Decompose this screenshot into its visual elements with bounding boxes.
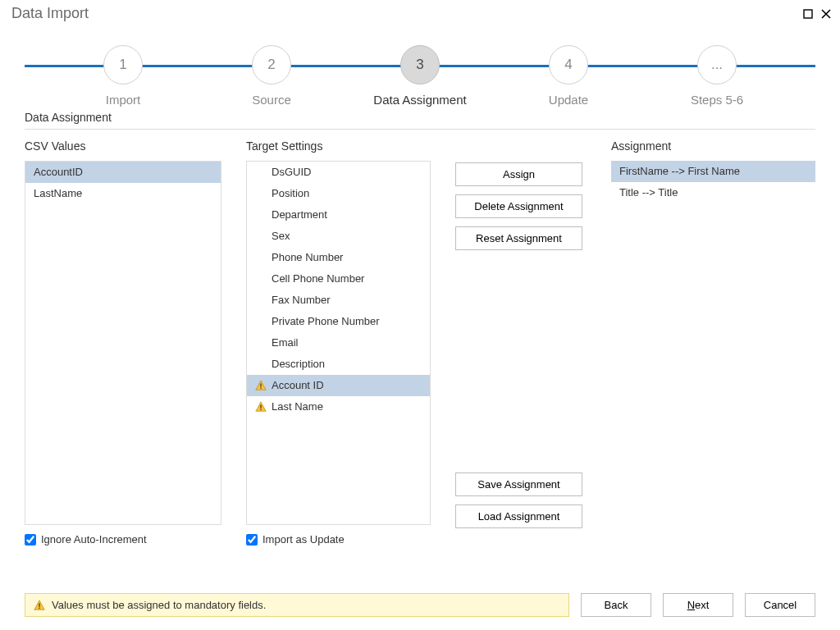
- warning-icon: [255, 401, 267, 413]
- list-item[interactable]: Last Name: [247, 396, 430, 418]
- section-title: Data Assignment: [25, 111, 815, 124]
- list-item[interactable]: Sex: [247, 226, 430, 247]
- maximize-icon[interactable]: [802, 8, 814, 20]
- step-label: Import: [106, 93, 141, 107]
- svg-rect-0: [804, 10, 812, 18]
- svg-rect-5: [260, 404, 261, 408]
- step-node[interactable]: ...Steps 5-6: [668, 45, 766, 107]
- warning-icon: [255, 380, 267, 391]
- assignment-header: Assignment: [611, 139, 815, 153]
- list-item[interactable]: FirstName --> First Name: [611, 161, 815, 182]
- svg-rect-6: [260, 409, 261, 410]
- target-header: Target Settings: [246, 139, 431, 153]
- svg-rect-8: [39, 603, 39, 606]
- step-node[interactable]: 2Source: [222, 45, 321, 107]
- step-label: Steps 5-6: [691, 93, 743, 107]
- step-label: Update: [549, 93, 588, 107]
- svg-rect-3: [260, 388, 261, 389]
- step-label: Source: [252, 93, 291, 107]
- step-circle[interactable]: 2: [252, 45, 291, 84]
- step-circle[interactable]: 1: [103, 45, 143, 84]
- step-circle[interactable]: ...: [697, 45, 737, 84]
- next-button[interactable]: Next: [663, 593, 733, 617]
- csv-header: CSV Values: [25, 139, 221, 153]
- list-item[interactable]: Phone Number: [247, 247, 430, 268]
- list-item[interactable]: Account ID: [247, 375, 430, 396]
- list-item[interactable]: Title --> Title: [611, 182, 815, 203]
- step-circle[interactable]: 4: [549, 45, 588, 84]
- wizard-stepper: 1Import2Source3Data Assignment4Update...…: [25, 45, 815, 103]
- warning-text: Values must be assigned to mandatory fie…: [52, 599, 266, 611]
- cancel-button[interactable]: Cancel: [745, 593, 815, 617]
- step-circle[interactable]: 3: [400, 45, 440, 84]
- list-item[interactable]: Department: [247, 204, 430, 226]
- save-assignment-button[interactable]: Save Assignment: [455, 472, 582, 496]
- window-title: Data Import: [11, 5, 89, 22]
- load-assignment-button[interactable]: Load Assignment: [455, 504, 582, 528]
- list-item[interactable]: Position: [247, 183, 430, 204]
- target-settings-list[interactable]: DsGUIDPositionDepartmentSexPhone NumberC…: [246, 161, 431, 525]
- csv-values-list[interactable]: AccountIDLastName: [25, 161, 221, 525]
- list-item[interactable]: DsGUID: [247, 162, 430, 183]
- delete-assignment-button[interactable]: Delete Assignment: [455, 194, 582, 218]
- assignment-list[interactable]: FirstName --> First NameTitle --> Title: [611, 161, 815, 525]
- step-label: Data Assignment: [373, 93, 466, 107]
- step-node[interactable]: 3Data Assignment: [371, 45, 469, 107]
- svg-rect-2: [260, 383, 261, 386]
- warning-banner: Values must be assigned to mandatory fie…: [25, 593, 569, 617]
- close-icon[interactable]: [820, 8, 832, 20]
- ignore-autoincrement-checkbox[interactable]: Ignore Auto-Increment: [25, 533, 221, 546]
- list-item[interactable]: Cell Phone Number: [247, 268, 430, 290]
- step-node[interactable]: 4Update: [519, 45, 618, 107]
- assign-button[interactable]: Assign: [455, 162, 582, 186]
- back-button[interactable]: Back: [581, 593, 651, 617]
- list-item[interactable]: Fax Number: [247, 290, 430, 311]
- step-node[interactable]: 1Import: [74, 45, 172, 107]
- list-item[interactable]: AccountID: [25, 162, 221, 183]
- import-as-update-checkbox[interactable]: Import as Update: [246, 533, 431, 546]
- list-item[interactable]: Email: [247, 332, 430, 354]
- list-item[interactable]: Private Phone Number: [247, 311, 430, 332]
- warning-icon: [34, 600, 45, 611]
- reset-assignment-button[interactable]: Reset Assignment: [455, 226, 582, 250]
- list-item[interactable]: LastName: [25, 183, 221, 204]
- svg-rect-9: [39, 607, 39, 608]
- list-item[interactable]: Description: [247, 354, 430, 375]
